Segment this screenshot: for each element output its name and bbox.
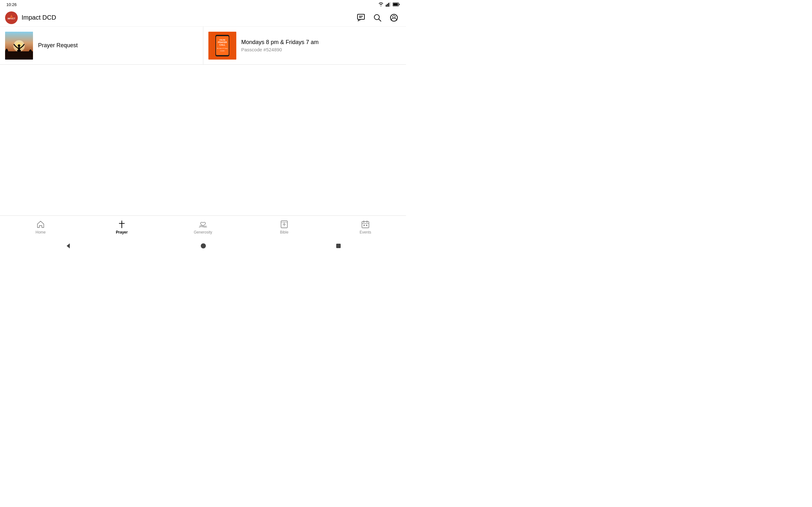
svg-rect-21 bbox=[5, 51, 33, 60]
prayer-call-image: ONLINE PRAYER CALL Mondays & Fridays #52… bbox=[208, 32, 236, 60]
battery-icon bbox=[393, 3, 400, 6]
app-title: Impact DCD bbox=[21, 14, 354, 21]
bottom-nav: Home Prayer Generosity bbox=[0, 216, 406, 238]
prayer-request-text: Prayer Request bbox=[38, 42, 78, 49]
back-button[interactable] bbox=[65, 243, 71, 249]
svg-text:#524890: #524890 bbox=[220, 50, 224, 52]
svg-rect-47 bbox=[336, 244, 341, 248]
profile-icon bbox=[390, 14, 398, 22]
svg-rect-5 bbox=[393, 3, 398, 6]
svg-marker-45 bbox=[67, 243, 70, 248]
prayer-call-text: Mondays 8 pm & Fridays 7 am Passcode #52… bbox=[241, 39, 319, 52]
prayer-call-item[interactable]: ONLINE PRAYER CALL Mondays & Fridays #52… bbox=[203, 26, 406, 64]
home-nav-button[interactable] bbox=[200, 243, 206, 249]
search-icon bbox=[373, 14, 382, 22]
svg-rect-0 bbox=[386, 5, 387, 7]
svg-text:Mondays & Fridays: Mondays & Fridays bbox=[217, 48, 227, 49]
svg-rect-3 bbox=[390, 2, 391, 7]
nav-item-home[interactable]: Home bbox=[0, 216, 81, 238]
svg-rect-11 bbox=[357, 14, 364, 19]
svg-text:CALL: CALL bbox=[219, 44, 225, 46]
nav-label-generosity: Generosity bbox=[194, 230, 212, 234]
home-icon bbox=[36, 220, 45, 229]
nav-label-events: Events bbox=[360, 230, 371, 234]
svg-text:ONLINE: ONLINE bbox=[219, 39, 225, 41]
prayer-request-title: Prayer Request bbox=[38, 42, 78, 49]
events-icon bbox=[361, 220, 370, 229]
svg-line-15 bbox=[379, 19, 381, 21]
app-bar: IMPACT Impact DCD bbox=[0, 9, 406, 26]
nav-label-prayer: Prayer bbox=[116, 230, 128, 234]
prayer-list: Prayer Request ONLINE PRAYER CALL Mo bbox=[0, 26, 406, 65]
nav-item-generosity[interactable]: Generosity bbox=[162, 216, 244, 238]
prayer-request-image bbox=[5, 32, 33, 60]
recents-icon bbox=[336, 243, 341, 249]
bible-icon bbox=[280, 220, 289, 229]
nav-item-prayer[interactable]: Prayer bbox=[81, 216, 162, 238]
svg-point-17 bbox=[393, 15, 395, 18]
status-time: 10:26 bbox=[6, 2, 17, 7]
svg-rect-2 bbox=[388, 3, 389, 7]
profile-button[interactable] bbox=[387, 11, 401, 25]
chat-button[interactable] bbox=[354, 11, 368, 25]
signal-icon bbox=[386, 2, 391, 7]
wifi-icon bbox=[378, 2, 384, 7]
prayer-icon bbox=[117, 220, 126, 229]
prayer-call-title: Mondays 8 pm & Fridays 7 am bbox=[241, 39, 319, 46]
status-bar: 10:26 bbox=[0, 0, 406, 9]
svg-rect-1 bbox=[387, 4, 388, 7]
svg-text:PRAYER: PRAYER bbox=[217, 41, 227, 43]
search-button[interactable] bbox=[370, 11, 385, 25]
svg-rect-39 bbox=[362, 222, 369, 228]
nav-item-bible[interactable]: Bible bbox=[244, 216, 325, 238]
prayer-call-passcode: Passcode #524890 bbox=[241, 47, 319, 52]
back-icon bbox=[65, 243, 71, 249]
recents-button[interactable] bbox=[336, 243, 341, 249]
svg-rect-43 bbox=[363, 225, 365, 226]
home-circle-icon bbox=[200, 243, 206, 249]
svg-point-24 bbox=[18, 44, 20, 47]
chat-icon bbox=[357, 14, 365, 22]
nav-item-events[interactable]: Events bbox=[325, 216, 406, 238]
status-icons bbox=[378, 2, 400, 7]
prayer-request-item[interactable]: Prayer Request bbox=[0, 26, 203, 64]
main-layout: IMPACT Impact DCD bbox=[0, 9, 406, 253]
system-nav-bar bbox=[0, 238, 406, 253]
generosity-icon bbox=[199, 220, 207, 229]
svg-rect-6 bbox=[399, 4, 400, 5]
app-logo: IMPACT bbox=[5, 11, 18, 24]
app-bar-actions bbox=[354, 11, 401, 25]
nav-label-home: Home bbox=[36, 230, 46, 234]
svg-point-46 bbox=[201, 243, 206, 248]
svg-rect-44 bbox=[366, 225, 367, 226]
svg-rect-23 bbox=[18, 47, 20, 51]
nav-label-bible: Bible bbox=[280, 230, 289, 234]
